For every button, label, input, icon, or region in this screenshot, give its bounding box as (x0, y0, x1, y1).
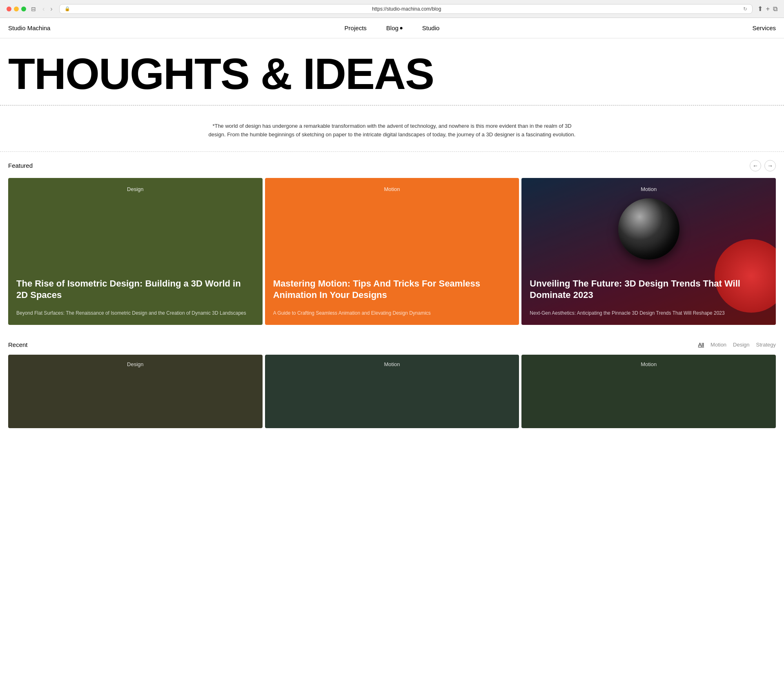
card-2-desc: A Guide to Crafting Seamless Animation a… (273, 309, 511, 317)
recent-card-3[interactable]: Motion (521, 355, 776, 428)
address-bar[interactable]: 🔒 https://studio-machina.com/blog ↻ (59, 4, 753, 14)
recent-card-1-category: Design (15, 361, 256, 367)
recent-header: Recent All Motion Design Strategy (8, 341, 776, 348)
site-nav: Studio Machina Projects Blog Studio Serv… (0, 18, 784, 38)
recent-card-2-category: Motion (272, 361, 513, 367)
browser-actions: ⬆ + ⧉ (757, 5, 777, 13)
card-3-body: Unveiling The Future: 3D Design Trends T… (530, 278, 768, 317)
filter-strategy[interactable]: Strategy (756, 342, 776, 348)
new-tab-button[interactable]: + (766, 5, 770, 13)
traffic-lights (7, 7, 26, 11)
forward-button[interactable]: › (49, 4, 54, 13)
card-3-sphere (618, 198, 679, 260)
card-1-body: The Rise of Isometric Design: Building a… (16, 278, 254, 317)
featured-prev[interactable]: ← (750, 160, 761, 171)
card-3-category: Motion (530, 186, 768, 192)
featured-card-1[interactable]: Design The Rise of Isometric Design: Bui… (8, 178, 263, 325)
nav-blog[interactable]: Blog (386, 24, 403, 31)
card-2-title: Mastering Motion: Tips And Tricks For Se… (273, 278, 511, 301)
filter-tabs: All Motion Design Strategy (698, 342, 776, 348)
featured-card-2[interactable]: Motion Mastering Motion: Tips And Tricks… (265, 178, 519, 325)
back-button[interactable]: ‹ (41, 4, 46, 13)
card-1-top: Design (16, 186, 254, 192)
card-2-body: Mastering Motion: Tips And Tricks For Se… (273, 278, 511, 317)
page: Studio Machina Projects Blog Studio Serv… (0, 18, 784, 436)
fullscreen-button[interactable] (21, 7, 26, 11)
filter-design[interactable]: Design (733, 342, 749, 348)
hero-section: THOUGHTS & IDEAS (0, 38, 784, 105)
nav-active-dot (400, 27, 403, 29)
recent-section: Recent All Motion Design Strategy Design… (0, 333, 784, 436)
card-3-desc: Next-Gen Aesthetics: Anticipating the Pi… (530, 309, 768, 317)
card-3-top: Motion (530, 186, 768, 192)
sidebar-toggle[interactable]: ⊟ (31, 6, 36, 12)
nav-projects[interactable]: Projects (345, 24, 367, 31)
browser-chrome: ⊟ ‹ › 🔒 https://studio-machina.com/blog … (0, 0, 784, 18)
recent-cards: Design Motion Motion (8, 355, 776, 428)
nav-studio[interactable]: Studio (422, 24, 440, 31)
recent-card-2[interactable]: Motion (265, 355, 519, 428)
featured-next[interactable]: → (764, 160, 776, 171)
card-1-desc: Beyond Flat Surfaces: The Renaissance of… (16, 309, 254, 317)
recent-card-3-category: Motion (528, 361, 769, 367)
tabs-button[interactable]: ⧉ (773, 5, 777, 13)
card-1-category: Design (16, 186, 254, 192)
nav-links: Projects Blog Studio (345, 24, 440, 31)
close-button[interactable] (7, 7, 11, 11)
featured-card-3[interactable]: Motion Unveiling The Future: 3D Design T… (521, 178, 776, 325)
featured-header: Featured ← → (8, 160, 776, 171)
share-button[interactable]: ⬆ (757, 5, 763, 13)
recent-label: Recent (8, 341, 28, 348)
hero-subtitle: *The world of design has undergone a rem… (208, 114, 576, 143)
featured-section: Featured ← → Design The Rise of Isometri… (0, 152, 784, 333)
filter-motion[interactable]: Motion (710, 342, 726, 348)
nav-services[interactable]: Services (752, 24, 776, 31)
minimize-button[interactable] (14, 7, 19, 11)
recent-card-1[interactable]: Design (8, 355, 263, 428)
lock-icon: 🔒 (65, 6, 70, 11)
filter-all[interactable]: All (698, 342, 704, 348)
site-logo[interactable]: Studio Machina (8, 24, 50, 31)
hero-subtitle-section: *The world of design has undergone a rem… (0, 106, 784, 152)
card-1-title: The Rise of Isometric Design: Building a… (16, 278, 254, 301)
featured-cards: Design The Rise of Isometric Design: Bui… (8, 178, 776, 325)
card-2-category: Motion (273, 186, 511, 192)
browser-nav: ‹ › (41, 4, 54, 13)
refresh-icon[interactable]: ↻ (743, 6, 747, 12)
featured-nav: ← → (750, 160, 776, 171)
url-text: https://studio-machina.com/blog (73, 6, 741, 12)
card-3-title: Unveiling The Future: 3D Design Trends T… (530, 278, 768, 301)
hero-title: THOUGHTS & IDEAS (8, 51, 776, 97)
card-2-top: Motion (273, 186, 511, 192)
featured-label: Featured (8, 162, 33, 169)
